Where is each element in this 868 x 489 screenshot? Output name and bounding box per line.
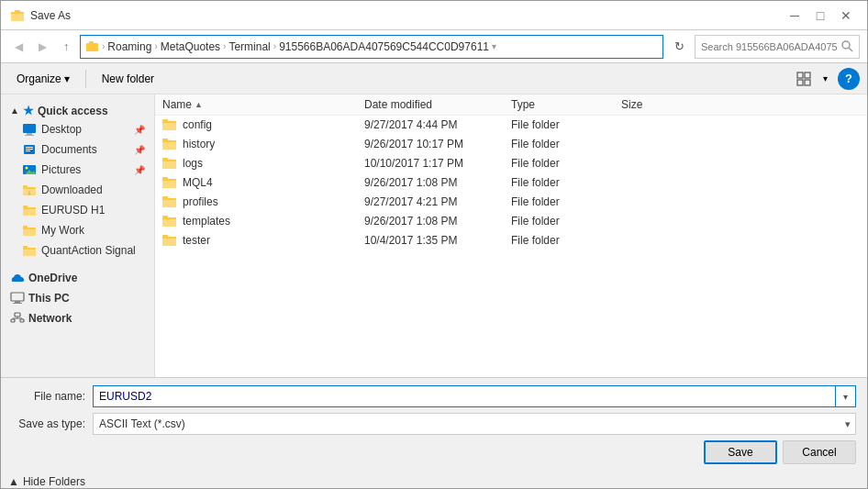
sidebar-item-eurusd[interactable]: EURUSD H1 (1, 200, 154, 220)
svg-rect-35 (15, 301, 20, 303)
breadcrumb: › Roaming › MetaQuotes › Terminal › 9155… (86, 40, 657, 53)
file-area: Name ▲ Date modified Type Size (155, 94, 867, 377)
main-content: ▲ ★ Quick access Desktop 📌 (1, 94, 867, 377)
pictures-icon (23, 163, 36, 176)
svg-rect-27 (23, 206, 28, 208)
savetype-label: Save as type: (12, 417, 85, 430)
table-row[interactable]: history 9/26/2017 10:17 PM File folder (155, 135, 867, 154)
svg-rect-55 (162, 177, 168, 180)
savetype-row: Save as type: ASCII Text (*.csv) (12, 413, 856, 435)
svg-rect-32 (23, 250, 36, 256)
filename-dropdown-button[interactable]: ▾ (836, 385, 856, 407)
organize-button[interactable]: Organize ▾ (8, 69, 78, 89)
hide-folders-row[interactable]: ▲ Hide Folders (1, 472, 867, 488)
search-input[interactable] (701, 41, 838, 52)
forward-button[interactable]: ▶ (32, 37, 52, 57)
table-row[interactable]: config 9/27/2017 4:44 PM File folder (155, 116, 867, 135)
svg-rect-51 (162, 161, 176, 169)
maximize-button[interactable]: □ (808, 6, 832, 25)
svg-line-6 (849, 48, 852, 51)
thispc-header[interactable]: This PC (1, 286, 154, 306)
svg-rect-2 (15, 10, 20, 14)
col-size-header[interactable]: Size (621, 98, 695, 111)
back-button[interactable]: ◀ (8, 37, 28, 57)
file-modified-cell: 9/27/2017 4:21 PM (364, 195, 511, 208)
quick-access-star-icon: ★ (23, 104, 34, 117)
quantaction-folder-icon (23, 244, 36, 257)
sidebar-item-documents[interactable]: Documents 📌 (1, 139, 154, 160)
file-type-cell: File folder (511, 118, 621, 131)
quick-access-header[interactable]: ▲ ★ Quick access (1, 98, 154, 119)
save-button[interactable]: Save (704, 440, 777, 464)
svg-rect-16 (26, 149, 33, 150)
file-modified-cell: 10/10/2017 1:17 PM (364, 157, 511, 170)
folder-icon (162, 234, 177, 247)
close-button[interactable]: ✕ (834, 6, 858, 25)
file-list-header: Name ▲ Date modified Type Size (155, 94, 867, 116)
svg-rect-11 (23, 124, 36, 133)
search-box[interactable] (695, 35, 860, 59)
filename-input-wrapper: ▾ (93, 385, 856, 407)
file-name-cell: config (162, 118, 364, 131)
svg-rect-13 (25, 135, 34, 136)
svg-rect-3 (86, 43, 98, 51)
filename-input[interactable] (93, 385, 836, 407)
col-type-header[interactable]: Type (511, 98, 621, 111)
table-row[interactable]: templates 9/26/2017 1:08 PM File folder (155, 212, 867, 231)
file-type-cell: File folder (511, 195, 621, 208)
svg-rect-36 (13, 303, 22, 304)
save-as-dialog: Save As ─ □ ✕ ◀ ▶ ↑ › Roaming › MetaQuot… (0, 0, 868, 489)
svg-rect-23 (23, 185, 28, 188)
file-type-cell: File folder (511, 157, 621, 170)
sidebar-item-downloaded[interactable]: ↓ Downloaded (1, 180, 154, 200)
window-controls: ─ □ ✕ (783, 6, 858, 25)
minimize-button[interactable]: ─ (783, 6, 807, 25)
cancel-button[interactable]: Cancel (783, 440, 856, 464)
up-button[interactable]: ↑ (56, 37, 76, 57)
table-row[interactable]: logs 10/10/2017 1:17 PM File folder (155, 154, 867, 173)
documents-icon (23, 143, 36, 156)
sidebar-item-pictures[interactable]: Pictures 📌 (1, 160, 154, 180)
refresh-button[interactable]: ↻ (667, 35, 691, 59)
table-row[interactable]: tester 10/4/2017 1:35 PM File folder (155, 231, 867, 250)
svg-rect-57 (162, 200, 176, 207)
pin-icon-pics: 📌 (134, 165, 145, 175)
file-name-cell: templates (162, 215, 364, 228)
help-button[interactable]: ? (838, 68, 860, 90)
view-dropdown-button[interactable]: ▾ (818, 67, 832, 91)
filename-label: File name: (12, 390, 85, 403)
sidebar-item-desktop[interactable]: Desktop 📌 (1, 119, 154, 139)
table-row[interactable]: profiles 9/27/2017 4:21 PM File folder (155, 193, 867, 212)
onedrive-header[interactable]: OneDrive (1, 266, 154, 286)
file-modified-cell: 9/26/2017 1:08 PM (364, 215, 511, 228)
svg-rect-1 (11, 14, 24, 21)
col-name-header[interactable]: Name ▲ (162, 98, 364, 111)
thispc-icon (10, 292, 25, 305)
view-icon (796, 72, 811, 86)
savetype-select[interactable]: ASCII Text (*.csv) (93, 413, 856, 435)
file-modified-cell: 9/26/2017 10:17 PM (364, 138, 511, 150)
toolbar-separator (85, 70, 86, 88)
sidebar-item-quantaction[interactable]: QuantAction Signal (1, 240, 154, 261)
table-row[interactable]: MQL4 9/26/2017 1:08 PM File folder (155, 173, 867, 193)
file-name-cell: history (162, 138, 364, 150)
col-modified-header[interactable]: Date modified (364, 98, 511, 111)
network-header[interactable]: Network (1, 306, 154, 327)
svg-rect-10 (805, 80, 810, 85)
svg-point-19 (26, 167, 28, 170)
file-type-cell: File folder (511, 176, 621, 189)
address-box[interactable]: › Roaming › MetaQuotes › Terminal › 9155… (80, 35, 663, 59)
view-button[interactable] (792, 67, 816, 91)
new-folder-button[interactable]: New folder (94, 69, 162, 89)
file-name-cell: tester (162, 234, 364, 247)
downloaded-folder-icon: ↓ (23, 183, 36, 196)
svg-point-5 (842, 41, 850, 49)
toolbar-row: Organize ▾ New folder ▾ ? (1, 63, 867, 94)
dialog-title: Save As (30, 9, 783, 22)
svg-rect-61 (162, 216, 168, 218)
file-modified-cell: 9/27/2017 4:44 PM (364, 118, 511, 131)
svg-rect-48 (162, 142, 176, 150)
search-icon (841, 40, 853, 52)
sidebar-item-mywork[interactable]: My Work (1, 220, 154, 240)
svg-rect-34 (11, 293, 24, 301)
